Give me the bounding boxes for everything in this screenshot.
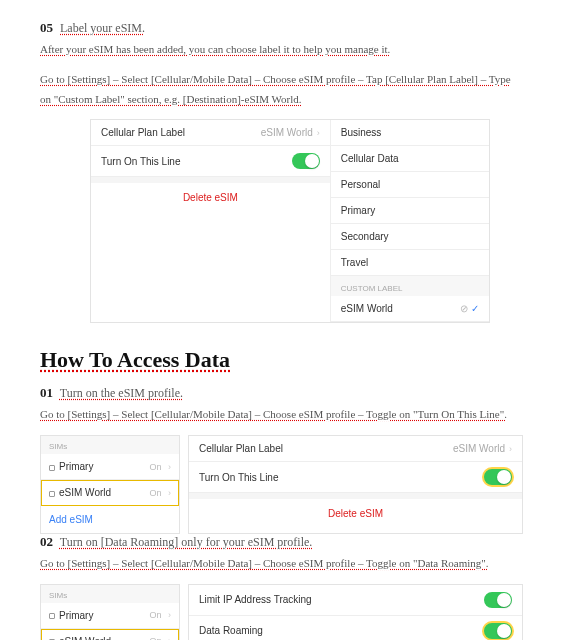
- limit-ip-toggle[interactable]: [484, 592, 512, 608]
- label: Cellular Plan Label: [199, 443, 283, 454]
- step-title: Turn on [Data Roaming] only for your eSI…: [60, 535, 313, 549]
- chevron-right-icon: ›: [168, 610, 171, 620]
- custom-label-value: eSIM World: [341, 303, 393, 314]
- step-05-instructions: Go to [Settings] – Select [Cellular/Mobi…: [40, 70, 523, 110]
- sim-primary-row[interactable]: Primary On ›: [41, 454, 179, 480]
- sims-header: SIMs: [41, 585, 179, 603]
- check-icon[interactable]: ✓: [471, 303, 479, 314]
- sim-primary-row[interactable]: Primary On ›: [41, 603, 179, 629]
- step-title: Turn on the eSIM profile.: [60, 386, 183, 400]
- label-option[interactable]: Travel: [331, 250, 489, 276]
- turn-on-line-toggle[interactable]: [484, 469, 512, 485]
- delete-esim-button[interactable]: Delete eSIM: [91, 177, 330, 212]
- label: Turn On This Line: [199, 472, 278, 483]
- step-01-instructions: Go to [Settings] – Select [Cellular/Mobi…: [40, 405, 523, 425]
- label: Cellular Plan Label: [101, 127, 185, 138]
- chevron-right-icon: ›: [317, 128, 320, 138]
- sim-icon: [49, 491, 55, 497]
- delete-esim-button[interactable]: Delete eSIM: [189, 493, 522, 528]
- screenshot-05-label: Cellular Plan Label eSIM World› Turn On …: [90, 119, 490, 323]
- label-option[interactable]: Business: [331, 120, 489, 146]
- data-roaming-toggle[interactable]: [484, 623, 512, 639]
- sims-header: SIMs: [41, 436, 179, 454]
- label: Turn On This Line: [101, 156, 180, 167]
- label: Limit IP Address Tracking: [199, 594, 312, 605]
- clear-and-confirm: ⊘ ✓: [460, 303, 479, 314]
- label-picker-pane: Business Cellular Data Personal Primary …: [330, 120, 489, 322]
- cellular-plan-label-row[interactable]: Cellular Plan Label eSIM World›: [189, 436, 522, 462]
- cellular-plan-label-row[interactable]: Cellular Plan Label eSIM World›: [91, 120, 330, 146]
- sim-esim-world-row[interactable]: eSIM World On ›: [41, 480, 179, 506]
- sims-list: SIMs Primary On › eSIM World On › Add eS…: [40, 435, 180, 534]
- clear-icon[interactable]: ⊘: [460, 303, 468, 314]
- step-number: 01: [40, 385, 53, 400]
- esim-detail-settings: Limit IP Address Tracking Data Roaming C…: [188, 584, 523, 640]
- chevron-right-icon: ›: [168, 636, 171, 640]
- label-option[interactable]: Primary: [331, 198, 489, 224]
- label-option[interactable]: Secondary: [331, 224, 489, 250]
- data-roaming-row: Data Roaming: [189, 616, 522, 640]
- turn-on-line-row: Turn On This Line: [91, 146, 330, 177]
- step-05-intro: After your eSIM has been added, you can …: [40, 40, 523, 60]
- screenshot-01: SIMs Primary On › eSIM World On › Add eS…: [40, 435, 523, 534]
- step-02-instructions: Go to [Settings] – Select [Cellular/Mobi…: [40, 554, 523, 574]
- step-number: 05: [40, 20, 53, 35]
- chevron-right-icon: ›: [509, 444, 512, 454]
- settings-pane: Cellular Plan Label eSIM World› Turn On …: [91, 120, 330, 322]
- add-esim-button[interactable]: Add eSIM: [41, 506, 179, 533]
- sims-list: SIMs Primary On › eSIM World On › Add eS…: [40, 584, 180, 640]
- step-02-header: 02 Turn on [Data Roaming] only for your …: [40, 534, 523, 550]
- step-title: Label your eSIM.: [60, 21, 145, 35]
- section-heading: How To Access Data: [40, 347, 523, 373]
- sim-esim-world-row[interactable]: eSIM World On ›: [41, 629, 179, 640]
- screenshot-02: SIMs Primary On › eSIM World On › Add eS…: [40, 584, 523, 640]
- label-option[interactable]: Personal: [331, 172, 489, 198]
- turn-on-line-row: Turn On This Line: [189, 462, 522, 493]
- chevron-right-icon: ›: [168, 462, 171, 472]
- limit-ip-row: Limit IP Address Tracking: [189, 585, 522, 616]
- sim-icon: [49, 465, 55, 471]
- step-05-header: 05 Label your eSIM.: [40, 20, 523, 36]
- label: Data Roaming: [199, 625, 263, 636]
- label-option[interactable]: Cellular Data: [331, 146, 489, 172]
- step-01-header: 01 Turn on the eSIM profile.: [40, 385, 523, 401]
- esim-settings: Cellular Plan Label eSIM World› Turn On …: [188, 435, 523, 534]
- chevron-right-icon: ›: [168, 488, 171, 498]
- turn-on-line-toggle[interactable]: [292, 153, 320, 169]
- step-number: 02: [40, 534, 53, 549]
- value: eSIM World›: [261, 127, 320, 138]
- sim-icon: [49, 613, 55, 619]
- custom-label-header: CUSTOM LABEL: [331, 276, 489, 296]
- custom-label-input[interactable]: eSIM World ⊘ ✓: [331, 296, 489, 322]
